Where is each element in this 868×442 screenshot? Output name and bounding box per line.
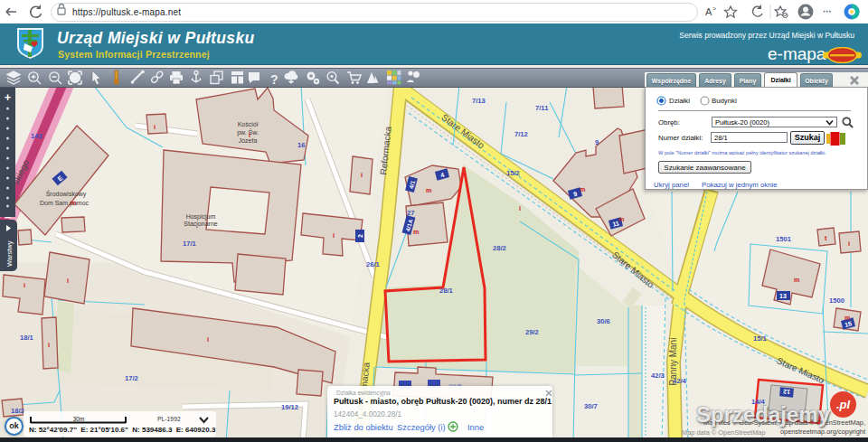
svg-text:A: A — [705, 6, 712, 17]
svg-text:i: i — [848, 240, 850, 248]
svg-text:28/1: 28/1 — [439, 287, 454, 295]
svg-text:1500: 1500 — [829, 296, 844, 305]
svg-text:i: i — [48, 341, 50, 349]
svg-text:m: m — [794, 276, 799, 284]
svg-text:Warstwy: Warstwy — [5, 240, 14, 267]
svg-text:13: 13 — [779, 293, 787, 299]
svg-text:26/1: 26/1 — [366, 260, 381, 268]
svg-text:28/2: 28/2 — [493, 244, 506, 252]
svg-text:i: i — [207, 335, 209, 343]
svg-text:˃: ˃ — [712, 5, 716, 12]
svg-text:16: 16 — [297, 141, 305, 149]
svg-text:i: i — [249, 131, 250, 139]
svg-text:i: i — [24, 281, 25, 289]
svg-text:?: ? — [270, 72, 278, 87]
svg-text:30m: 30m — [73, 416, 85, 422]
svg-text:i: i — [154, 123, 156, 131]
svg-text:i: i — [519, 204, 521, 212]
svg-text:18/2: 18/2 — [11, 407, 24, 415]
svg-text:12: 12 — [783, 389, 790, 396]
svg-text:17/2: 17/2 — [125, 374, 138, 382]
svg-text:openstreetmap.org/copyright: openstreetmap.org/copyright — [780, 428, 865, 436]
svg-text:17/1: 17/1 — [183, 240, 197, 248]
svg-text:143: 143 — [31, 132, 42, 140]
svg-text:30/7: 30/7 — [584, 402, 598, 410]
svg-text:m: m — [71, 199, 76, 207]
svg-text:9: 9 — [595, 138, 599, 146]
svg-text:m: m — [844, 314, 850, 322]
svg-text:m: m — [413, 228, 419, 236]
svg-text:Kościół: Kościół — [238, 121, 259, 127]
svg-text:18/1: 18/1 — [20, 334, 34, 342]
svg-text:7/11: 7/11 — [535, 104, 549, 112]
svg-text:i: i — [361, 171, 363, 179]
svg-text:19/12: 19/12 — [281, 403, 298, 411]
svg-text:⋯: ⋯ — [823, 6, 832, 16]
svg-text:42/3: 42/3 — [651, 371, 665, 380]
svg-text:Map data © OpenStreetMap: Map data © OpenStreetMap — [682, 428, 766, 437]
svg-text:Dom Sam pomoc: Dom Sam pomoc — [40, 200, 90, 207]
svg-text:m: m — [580, 185, 585, 193]
svg-text:2: 2 — [357, 234, 363, 238]
svg-text:7/12: 7/12 — [514, 130, 528, 138]
svg-text:15/1: 15/1 — [753, 334, 768, 343]
svg-text:1501: 1501 — [776, 235, 792, 243]
svg-text:i: i — [67, 277, 69, 285]
svg-text:Panny Mani: Panny Mani — [668, 338, 678, 386]
svg-text:29/2: 29/2 — [525, 328, 539, 336]
svg-text:m: m — [618, 215, 624, 223]
svg-text:15/2: 15/2 — [506, 169, 520, 177]
svg-text:Hospicjum: Hospicjum — [186, 213, 216, 221]
svg-text:Stacjonarne: Stacjonarne — [184, 221, 217, 228]
svg-text:i: i — [333, 231, 335, 240]
svg-text:Środowiskowy: Środowiskowy — [46, 190, 87, 198]
svg-text:7/13: 7/13 — [472, 97, 486, 105]
svg-text:30/6: 30/6 — [597, 317, 610, 325]
svg-text:m: m — [426, 186, 431, 194]
